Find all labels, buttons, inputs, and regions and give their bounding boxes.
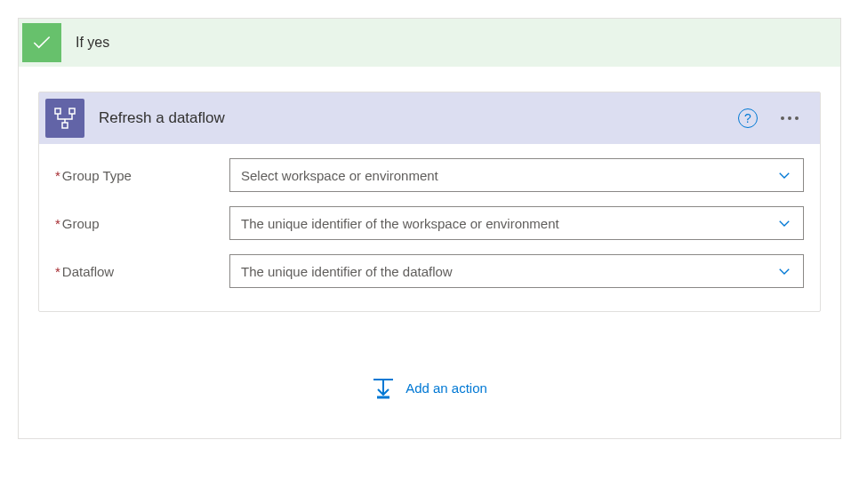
dataflow-icon [45, 99, 84, 138]
action-card: Refresh a dataflow ? *Group Type Select … [38, 92, 821, 312]
group-dropdown[interactable]: The unique identifier of the workspace o… [229, 206, 804, 240]
field-group-type: *Group Type Select workspace or environm… [55, 158, 804, 192]
add-action-area: Add an action [38, 312, 821, 417]
if-yes-container: If yes Refresh a dataflow ? [18, 18, 841, 439]
action-title: Refresh a dataflow [99, 109, 738, 127]
chevron-down-icon [776, 167, 792, 183]
field-dataflow: *Dataflow The unique identifier of the d… [55, 254, 804, 288]
chevron-down-icon [776, 263, 792, 279]
condition-body: Refresh a dataflow ? *Group Type Select … [19, 67, 840, 438]
checkmark-icon [22, 23, 61, 62]
svg-rect-0 [55, 108, 60, 114]
add-action-button[interactable]: Add an action [372, 376, 487, 399]
dropdown-placeholder: The unique identifier of the workspace o… [241, 216, 559, 231]
action-header[interactable]: Refresh a dataflow ? [39, 92, 820, 144]
add-action-icon [372, 376, 395, 399]
dropdown-placeholder: Select workspace or environment [241, 168, 438, 183]
help-icon[interactable]: ? [738, 108, 758, 128]
dropdown-placeholder: The unique identifier of the dataflow [241, 264, 453, 279]
dataflow-dropdown[interactable]: The unique identifier of the dataflow [229, 254, 804, 288]
condition-header[interactable]: If yes [19, 19, 840, 67]
field-label: *Dataflow [55, 264, 229, 279]
chevron-down-icon [776, 215, 792, 231]
field-label: *Group Type [55, 168, 229, 183]
add-action-label: Add an action [405, 380, 487, 396]
group-type-dropdown[interactable]: Select workspace or environment [229, 158, 804, 192]
action-fields: *Group Type Select workspace or environm… [39, 144, 820, 311]
condition-title: If yes [76, 35, 109, 51]
svg-rect-2 [62, 123, 68, 128]
svg-rect-1 [69, 108, 75, 114]
field-label: *Group [55, 216, 229, 231]
more-menu-icon[interactable] [777, 113, 802, 124]
field-group: *Group The unique identifier of the work… [55, 206, 804, 240]
